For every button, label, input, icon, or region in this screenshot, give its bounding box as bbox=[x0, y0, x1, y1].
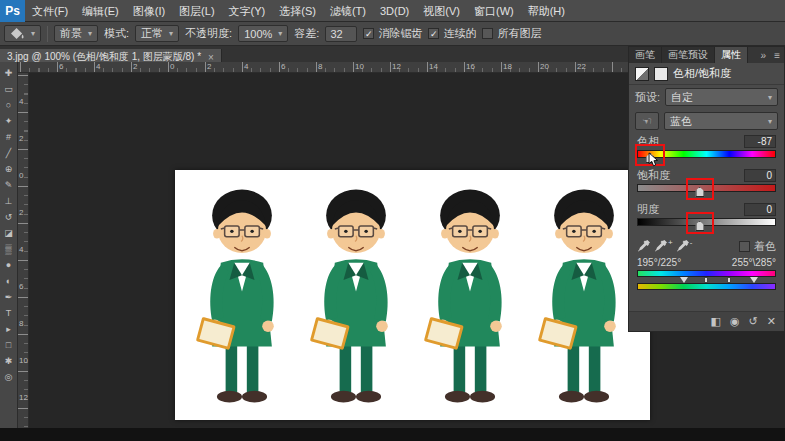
hue-slider[interactable] bbox=[637, 150, 776, 158]
lightness-slider[interactable] bbox=[637, 218, 776, 226]
cartoon-character bbox=[531, 176, 637, 412]
tool-preset-dropdown[interactable]: ▾ bbox=[4, 25, 41, 42]
shape-tool[interactable]: □ bbox=[0, 337, 17, 353]
opacity-label: 不透明度: bbox=[185, 26, 232, 41]
eraser-tool[interactable]: ◪ bbox=[0, 225, 17, 241]
saturation-slider-row: 饱和度 0 bbox=[629, 168, 784, 192]
ruler-label: 6 bbox=[19, 282, 23, 291]
close-icon[interactable]: × bbox=[208, 52, 214, 63]
saturation-slider[interactable] bbox=[637, 184, 776, 192]
eyedropper-tool[interactable]: ╱ bbox=[0, 145, 17, 161]
type-tool[interactable]: T bbox=[0, 305, 17, 321]
reset-icon[interactable]: ↺ bbox=[749, 315, 758, 328]
menu-item-3d[interactable]: 3D(D) bbox=[373, 0, 416, 22]
minus-sign: - bbox=[690, 238, 693, 247]
pen-tool[interactable]: ✒ bbox=[0, 289, 17, 305]
range-right-value: 255°\285° bbox=[732, 257, 776, 269]
menu-item-type[interactable]: 文字(Y) bbox=[222, 0, 273, 22]
colorize-checkbox[interactable]: 着色 bbox=[739, 239, 776, 254]
panel-menu-icon[interactable]: ≡ bbox=[770, 50, 784, 61]
colorize-label: 着色 bbox=[754, 239, 776, 254]
adjustment-header: 色相/饱和度 bbox=[629, 63, 784, 85]
lasso-tool[interactable]: ○ bbox=[0, 97, 17, 113]
gradient-tool[interactable]: ▒ bbox=[0, 241, 17, 257]
menu-item-image[interactable]: 图像(I) bbox=[126, 0, 172, 22]
panel-tab-bar: 画笔 画笔预设 属性 » ≡ bbox=[629, 47, 784, 63]
menu-item-filter[interactable]: 滤镜(T) bbox=[323, 0, 373, 22]
clone-stamp-tool[interactable]: ⊥ bbox=[0, 193, 17, 209]
lightness-slider-handle[interactable] bbox=[695, 221, 704, 231]
dodge-tool[interactable]: ◐ bbox=[0, 273, 17, 289]
channel-dropdown[interactable]: 蓝色 ▾ bbox=[664, 112, 778, 130]
menu-item-help[interactable]: 帮助(H) bbox=[521, 0, 572, 22]
layer-mask-icon[interactable] bbox=[654, 67, 668, 81]
menu-item-window[interactable]: 窗口(W) bbox=[467, 0, 521, 22]
preset-value: 自定 bbox=[671, 90, 693, 105]
blur-tool[interactable]: ● bbox=[0, 257, 17, 273]
range-edge-handle[interactable] bbox=[727, 277, 731, 283]
saturation-slider-handle[interactable] bbox=[695, 187, 704, 197]
hue-slider-row: 色相 -87 bbox=[629, 134, 784, 158]
document-canvas[interactable] bbox=[175, 170, 650, 420]
saturation-value-field[interactable]: 0 bbox=[744, 169, 776, 182]
range-edge-handle[interactable] bbox=[704, 277, 708, 283]
tolerance-input[interactable]: 32 bbox=[325, 26, 357, 42]
ruler-label: 4 bbox=[244, 62, 248, 71]
menu-item-layer[interactable]: 图层(L) bbox=[172, 0, 221, 22]
visibility-eye-icon[interactable]: ◉ bbox=[730, 315, 740, 328]
preset-label: 预设: bbox=[635, 90, 660, 105]
hand-pointer-icon: ☜ bbox=[642, 115, 652, 127]
ruler-label: 16 bbox=[466, 62, 475, 71]
menu-item-view[interactable]: 视图(V) bbox=[416, 0, 467, 22]
crop-tool[interactable]: # bbox=[0, 129, 17, 145]
panel-footer: ◧ ◉ ↺ ✕ bbox=[629, 311, 784, 331]
collapse-panel-icon[interactable]: » bbox=[757, 50, 771, 61]
lightness-value-field[interactable]: 0 bbox=[744, 203, 776, 216]
options-separator bbox=[47, 26, 48, 42]
menu-item-select[interactable]: 选择(S) bbox=[272, 0, 323, 22]
brush-tool[interactable]: ✎ bbox=[0, 177, 17, 193]
tab-properties[interactable]: 属性 bbox=[715, 47, 748, 63]
checkbox-box: ✓ bbox=[428, 28, 439, 39]
move-tool[interactable]: ✚ bbox=[0, 65, 17, 81]
tool-options-bar: ▾ 前景 ▾ 模式: 正常 ▾ 不透明度: 100% ▾ 容差: 32 ✓ 消除… bbox=[0, 22, 785, 46]
eyedropper-icon[interactable] bbox=[637, 239, 651, 253]
delete-adjustment-icon[interactable]: ✕ bbox=[767, 315, 776, 328]
all-layers-label: 所有图层 bbox=[497, 26, 541, 41]
history-brush-tool[interactable]: ↺ bbox=[0, 209, 17, 225]
tab-brush[interactable]: 画笔 bbox=[629, 47, 662, 63]
fill-source-value: 前景 bbox=[60, 26, 82, 41]
healing-brush-tool[interactable]: ⊕ bbox=[0, 161, 17, 177]
all-layers-checkbox[interactable]: 所有图层 bbox=[482, 26, 541, 41]
hand-tool[interactable]: ✱ bbox=[0, 353, 17, 369]
preset-row: 预设: 自定 ▾ bbox=[629, 85, 784, 109]
quick-selection-tool[interactable]: ✦ bbox=[0, 113, 17, 129]
zoom-tool[interactable]: ◎ bbox=[0, 369, 17, 385]
ruler-label: 2 bbox=[133, 62, 137, 71]
checkbox-box bbox=[739, 241, 750, 252]
eyedropper-minus-icon[interactable] bbox=[676, 239, 690, 253]
range-falloff-handle[interactable] bbox=[750, 277, 758, 283]
clip-to-layer-icon[interactable]: ◧ bbox=[711, 315, 721, 328]
contiguous-checkbox[interactable]: ✓ 连续的 bbox=[428, 26, 476, 41]
opacity-dropdown[interactable]: 100% ▾ bbox=[238, 25, 288, 42]
eyedropper-plus-icon[interactable] bbox=[654, 239, 668, 253]
menu-item-file[interactable]: 文件(F) bbox=[25, 0, 75, 22]
ruler-label: 12 bbox=[392, 62, 401, 71]
range-falloff-handle[interactable] bbox=[680, 277, 688, 283]
hue-range-markers bbox=[637, 277, 776, 283]
mode-dropdown[interactable]: 正常 ▾ bbox=[135, 25, 179, 42]
path-selection-tool[interactable]: ▸ bbox=[0, 321, 17, 337]
photoshop-window: Ps 文件(F) 编辑(E) 图像(I) 图层(L) 文字(Y) 选择(S) 滤… bbox=[0, 0, 785, 441]
hue-value-field[interactable]: -87 bbox=[744, 135, 776, 148]
lightness-slider-row: 明度 0 bbox=[629, 202, 784, 226]
marquee-tool[interactable]: ▭ bbox=[0, 81, 17, 97]
tab-brush-presets[interactable]: 画笔预设 bbox=[662, 47, 715, 63]
cartoon-character bbox=[189, 176, 295, 412]
menu-item-edit[interactable]: 编辑(E) bbox=[75, 0, 126, 22]
fill-source-dropdown[interactable]: 前景 ▾ bbox=[54, 25, 98, 42]
hue-ramp-bottom bbox=[637, 283, 776, 290]
antialias-checkbox[interactable]: ✓ 消除锯齿 bbox=[363, 26, 422, 41]
targeted-adjustment-tool-button[interactable]: ☜ bbox=[635, 112, 659, 130]
preset-dropdown[interactable]: 自定 ▾ bbox=[665, 88, 778, 106]
